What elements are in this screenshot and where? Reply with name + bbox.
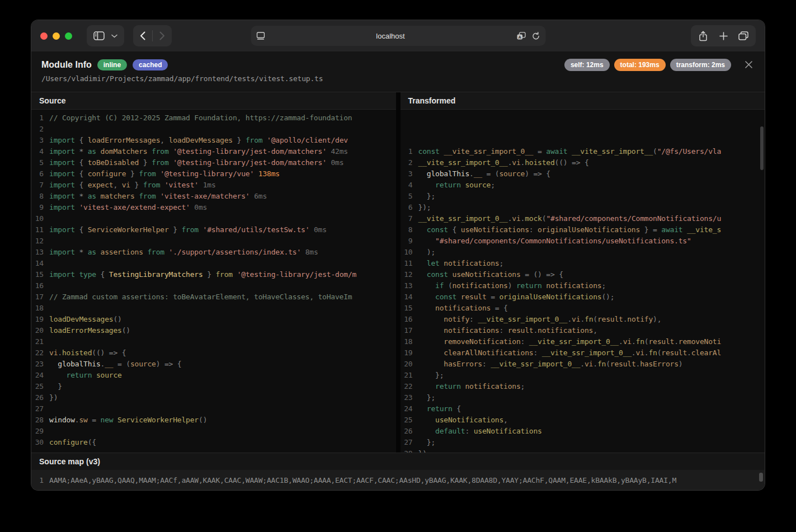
code-text: // Zammad custom assertions: toBeAvatarE…: [49, 291, 352, 303]
line-number: 19: [31, 314, 49, 325]
source-panel-title: Source: [31, 92, 396, 110]
code-text: const { useNotifications: originalUseNot…: [418, 224, 722, 236]
url-field[interactable]: localhost A: [251, 26, 545, 46]
url-text: localhost: [265, 32, 516, 40]
code-line: 10: [31, 213, 396, 224]
code-line: 13 if (notifications) return notificatio…: [401, 280, 765, 291]
transformed-code: 1const __vite_ssr_import_0__ = await __v…: [401, 110, 765, 453]
code-text: globalThis.__ = (source) => {: [49, 359, 181, 370]
code-line: 1const __vite_ssr_import_0__ = await __v…: [401, 146, 765, 157]
line-number: 26: [401, 426, 418, 437]
code-text: const result = originalUseNotifications(…: [418, 291, 615, 303]
code-line: 2: [31, 124, 396, 135]
code-line: 6import { configure } from '@testing-lib…: [31, 168, 396, 180]
minimize-window-button[interactable]: [53, 32, 60, 40]
code-text: import 'vitest-axe/extend-expect' 0ms: [49, 202, 207, 213]
timing-badges: self: 12ms total: 193ms transform: 2ms: [564, 59, 731, 71]
sourcemap-row: 1 AAMA;AAeA,yBAAG,QAAQ,MAAM;AACf,aAAW,KA…: [31, 470, 765, 490]
code-line: 4import * as domMatchers from '@testing-…: [31, 146, 396, 157]
line-number: 9: [31, 202, 49, 213]
line-number: 28: [31, 415, 49, 426]
forward-button[interactable]: [153, 25, 172, 46]
code-panels: Source 1// Copyright (C) 2012-2025 Zamma…: [31, 92, 765, 453]
line-number: 4: [401, 180, 418, 191]
line-number: 11: [401, 258, 418, 269]
reload-icon[interactable]: [531, 32, 540, 40]
line-number: 4: [31, 146, 49, 157]
code-line: 2__vite_ssr_import_0__.vi.hoisted(() => …: [401, 157, 765, 168]
badge-cached: cached: [133, 59, 168, 70]
back-button[interactable]: [133, 25, 152, 46]
code-text: let notifications;: [418, 258, 504, 269]
code-line: 26 default: useNotifications: [401, 426, 765, 437]
code-text: loadErrorMessages(): [49, 325, 130, 336]
vertical-scrollbar[interactable]: [760, 126, 764, 170]
code-line: 27: [31, 403, 396, 415]
line-number: 27: [31, 403, 49, 415]
code-text: };: [418, 370, 444, 381]
zoom-window-button[interactable]: [65, 32, 72, 40]
page-settings-icon[interactable]: [256, 32, 265, 40]
share-button[interactable]: [693, 25, 713, 46]
line-number: 22: [31, 347, 49, 359]
code-text: );: [418, 247, 436, 258]
line-number: 1: [401, 146, 418, 157]
code-line: 29: [31, 426, 396, 437]
code-text: configure({: [49, 437, 96, 448]
code-line: 28});: [401, 448, 765, 453]
code-line: 22vi.hoisted(() => {: [31, 347, 396, 359]
module-path: /Users/vladimir/Projects/zammad/app/fron…: [41, 74, 755, 83]
chevron-down-icon[interactable]: [111, 34, 117, 38]
code-line: 17 notifications: result.notifications,: [401, 325, 765, 336]
new-tab-button[interactable]: [713, 25, 733, 46]
close-button[interactable]: [741, 57, 756, 72]
code-line: 15import type { TestingLibraryMatchers }…: [31, 269, 396, 280]
close-window-button[interactable]: [40, 32, 48, 40]
panel-splitter[interactable]: [396, 92, 401, 453]
line-number: 16: [401, 314, 418, 325]
line-number: 15: [401, 303, 418, 314]
browser-window: localhost A: [31, 20, 765, 490]
nav-buttons-group: [133, 25, 172, 46]
code-line: 26}): [31, 392, 396, 403]
line-number: 26: [31, 392, 49, 403]
code-text: const __vite_ssr_import_0__ = await __vi…: [418, 146, 722, 157]
code-line: 28window.sw = new ServiceWorkerHelper(): [31, 415, 396, 426]
code-line: 23 };: [401, 392, 765, 403]
code-text: import { expect, vi } from 'vitest' 1ms: [49, 180, 216, 191]
line-number: 29: [31, 426, 49, 437]
translate-icon[interactable]: A: [516, 32, 526, 40]
tab-overview-button[interactable]: [733, 25, 753, 46]
code-line: 4 return source;: [401, 180, 765, 191]
transformed-panel-title: Transformed: [401, 92, 765, 110]
line-number: 5: [401, 191, 418, 202]
code-line: 18: [31, 303, 396, 314]
code-line: 15 notifications = {: [401, 303, 765, 314]
line-number: 8: [401, 224, 418, 236]
code-line: 12 const useNotifications = () => {: [401, 269, 765, 280]
sidebar-toggle-group: [87, 25, 124, 46]
code-text: return notifications;: [418, 381, 525, 392]
sidebar-toggle-button[interactable]: [93, 31, 105, 40]
sourcemap-scrollbar[interactable]: [759, 473, 763, 482]
line-number: 13: [401, 280, 418, 291]
line-number: 8: [31, 191, 49, 202]
line-number: 20: [31, 325, 49, 336]
sourcemap-mappings: AAMA;AAeA,yBAAG,QAAQ,MAAM;AACf,aAAW,KAAK…: [49, 476, 676, 484]
line-number: 27: [401, 437, 418, 448]
code-text: }): [49, 392, 58, 403]
line-number: 16: [31, 280, 49, 291]
code-text: import { ServiceWorkerHelper } from '#sh…: [49, 224, 327, 236]
code-text: const useNotifications = () => {: [418, 269, 563, 280]
code-line: 10 );: [401, 247, 765, 258]
code-line: 25 }: [31, 381, 396, 392]
line-number: 5: [31, 157, 49, 168]
traffic-lights: [40, 32, 72, 40]
code-text: import * as domMatchers from '@testing-l…: [49, 146, 348, 157]
code-line: 17// Zammad custom assertions: toBeAvata…: [31, 291, 396, 303]
code-text: vi.hoisted(() => {: [49, 347, 126, 359]
code-line: 11 let notifications;: [401, 258, 765, 269]
line-number: 14: [401, 291, 418, 303]
code-text: };: [418, 437, 436, 448]
code-line: 24 return {: [401, 403, 765, 415]
